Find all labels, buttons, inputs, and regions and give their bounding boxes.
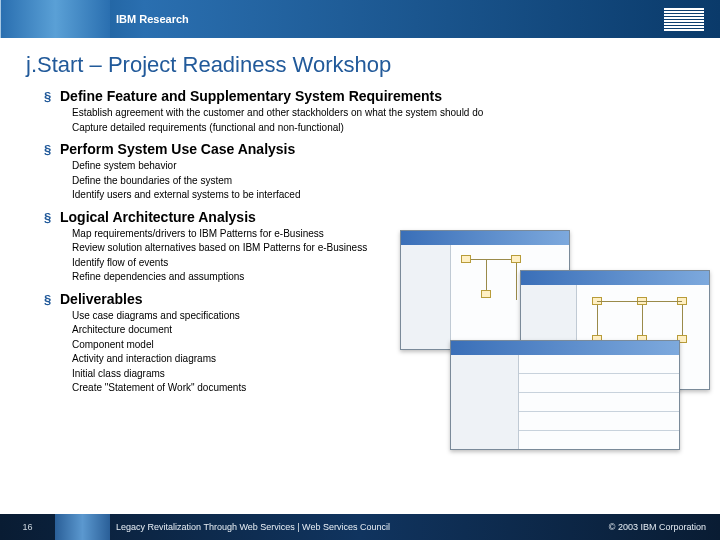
list-item: Component model [72,338,694,353]
section-usecase: Perform System Use Case Analysis Define … [60,141,694,203]
list-item: Define system behavior [72,159,694,174]
content-area: Define Feature and Supplementary System … [0,88,720,396]
list-item: Map requirements/drivers to IBM Patterns… [72,227,694,242]
footer-copyright: © 2003 IBM Corporation [609,522,706,532]
header-left: IBM Research [0,0,189,38]
list-item: Activity and interaction diagrams [72,352,694,367]
list-item: Review solution alternatives based on IB… [72,241,694,256]
section-items: Use case diagrams and specifications Arc… [60,309,694,396]
list-item: Identify users and external systems to b… [72,188,694,203]
list-item: Refine dependencies and assumptions [72,270,694,285]
list-item: Architecture document [72,323,694,338]
list-item: Use case diagrams and specifications [72,309,694,324]
page-number: 16 [0,522,55,532]
section-requirements: Define Feature and Supplementary System … [60,88,694,135]
list-item: Create "Statement of Work" documents [72,381,694,396]
list-item: Define the boundaries of the system [72,174,694,189]
footer-text: Legacy Revitalization Through Web Servic… [116,522,390,532]
footer-bar: 16 Legacy Revitalization Through Web Ser… [0,514,720,540]
footer-accent [55,514,110,540]
section-heading: Deliverables [60,291,694,307]
list-item: Identify flow of events [72,256,694,271]
header-accent [0,0,110,38]
section-heading: Logical Architecture Analysis [60,209,694,225]
list-item: Establish agreement with the customer an… [72,106,694,121]
section-deliverables: Deliverables Use case diagrams and speci… [60,291,694,396]
list-item: Capture detailed requirements (functiona… [72,121,694,136]
header-bar: IBM Research [0,0,720,38]
page-title: j.Start – Project Readiness Workshop [0,38,720,88]
section-items: Establish agreement with the customer an… [60,106,694,135]
list-item: Initial class diagrams [72,367,694,382]
section-heading: Perform System Use Case Analysis [60,141,694,157]
section-items: Map requirements/drivers to IBM Patterns… [60,227,694,285]
section-items: Define system behavior Define the bounda… [60,159,694,203]
section-heading: Define Feature and Supplementary System … [60,88,694,104]
header-label: IBM Research [116,13,189,25]
section-architecture: Logical Architecture Analysis Map requir… [60,209,694,285]
ibm-logo-icon [664,8,704,31]
